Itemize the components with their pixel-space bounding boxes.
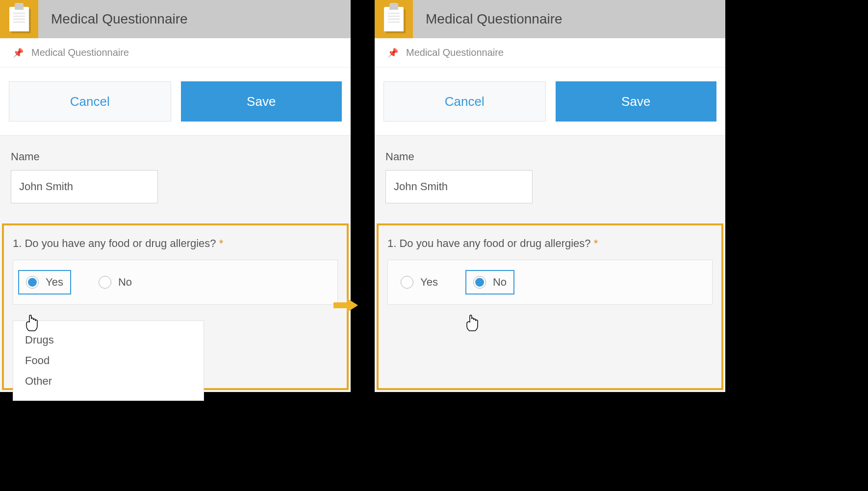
radio-no-label: No	[493, 276, 507, 289]
radio-yes[interactable]: Yes	[18, 270, 71, 295]
radio-circle-icon	[401, 276, 413, 289]
clipboard-icon	[384, 7, 404, 31]
radio-no-label: No	[118, 276, 132, 289]
page-title: Medical Questionnaire	[426, 11, 562, 27]
transition-arrow-icon	[338, 298, 367, 313]
radio-group: Yes No	[13, 260, 338, 305]
breadcrumb: 📌 Medical Questionnaire	[375, 38, 725, 68]
list-item[interactable]: Drugs	[25, 330, 192, 350]
app-icon	[375, 0, 413, 38]
question-text: 1. Do you have any food or drug allergie…	[387, 237, 713, 250]
form-panel-state-yes: Medical Questionnaire 📌 Medical Question…	[0, 0, 351, 392]
form-panel-state-no: Medical Questionnaire 📌 Medical Question…	[375, 0, 725, 392]
radio-yes-label: Yes	[46, 276, 63, 289]
radio-circle-icon	[99, 276, 111, 289]
action-bar: Cancel Save	[0, 68, 351, 136]
cursor-hand-icon	[464, 314, 480, 333]
list-item[interactable]: Food	[25, 350, 192, 371]
app-icon	[0, 0, 38, 38]
required-marker: *	[219, 237, 224, 249]
question-text: 1. Do you have any food or drug allergie…	[13, 237, 338, 250]
radio-group: Yes No	[387, 260, 713, 305]
header-bar: Medical Questionnaire	[375, 0, 725, 38]
name-input[interactable]	[11, 170, 158, 203]
question-block: 1. Do you have any food or drug allergie…	[2, 223, 349, 390]
breadcrumb-text: Medical Questionnaire	[31, 47, 129, 58]
name-label: Name	[11, 150, 340, 163]
name-input[interactable]	[385, 170, 533, 203]
header-bar: Medical Questionnaire	[0, 0, 351, 38]
followup-list: Drugs Food Other	[13, 320, 204, 401]
action-bar: Cancel Save	[375, 68, 725, 136]
radio-yes[interactable]: Yes	[393, 270, 446, 295]
cancel-button[interactable]: Cancel	[383, 81, 546, 122]
clipboard-icon	[9, 7, 29, 31]
pin-icon: 📌	[13, 48, 24, 58]
breadcrumb-text: Medical Questionnaire	[406, 47, 504, 58]
save-button[interactable]: Save	[181, 81, 342, 122]
radio-circle-icon	[473, 276, 486, 289]
form-area: Name	[375, 136, 725, 203]
question-label: 1. Do you have any food or drug allergie…	[13, 237, 219, 249]
radio-no[interactable]: No	[91, 270, 140, 295]
breadcrumb: 📌 Medical Questionnaire	[0, 38, 351, 68]
question-label: 1. Do you have any food or drug allergie…	[387, 237, 594, 249]
cancel-button[interactable]: Cancel	[9, 81, 171, 122]
radio-yes-label: Yes	[420, 276, 438, 289]
form-area: Name	[0, 136, 351, 203]
question-block: 1. Do you have any food or drug allergie…	[377, 223, 723, 390]
radio-no[interactable]: No	[465, 270, 514, 295]
page-title: Medical Questionnaire	[51, 11, 188, 27]
list-item[interactable]: Other	[25, 371, 192, 392]
name-label: Name	[385, 150, 715, 163]
required-marker: *	[594, 237, 598, 249]
radio-circle-icon	[26, 276, 39, 289]
pin-icon: 📌	[387, 48, 398, 58]
save-button[interactable]: Save	[556, 81, 717, 122]
